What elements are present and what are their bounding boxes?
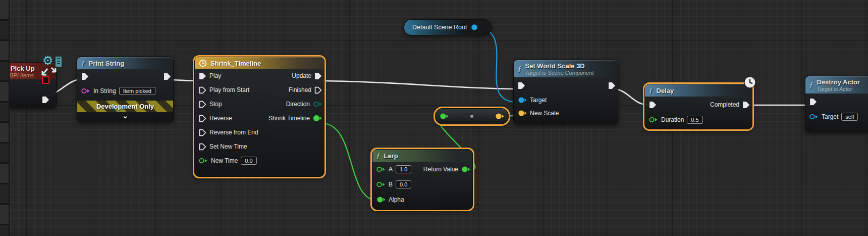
- in-string-label: In String: [93, 87, 116, 95]
- reverse-label: Reverse: [209, 115, 232, 122]
- new-time-pin[interactable]: [199, 158, 208, 164]
- print-string-title: Print String: [89, 60, 125, 67]
- collapse-chevron-icon[interactable]: ⌄: [77, 112, 173, 119]
- lerp-alpha-label: Alpha: [389, 196, 404, 203]
- node-shrink-timeline[interactable]: Shrink_Timeline Play Play from Start Sto…: [194, 57, 324, 177]
- function-icon: ƒ: [376, 152, 381, 160]
- set-new-time-label: Set New Time: [209, 143, 247, 150]
- sws-target-label: Target: [530, 97, 547, 104]
- play-label: Play: [209, 72, 221, 79]
- lerp-return-pin[interactable]: [461, 166, 470, 173]
- delay-title: Delay: [657, 87, 674, 95]
- shrink-timeline-out-label: Shrink Timeline: [268, 115, 310, 122]
- print-string-exec-out-pin[interactable]: [164, 73, 171, 80]
- destroy-actor-title: Destroy Actor: [817, 78, 860, 86]
- lerp-title: Lerp: [384, 152, 398, 160]
- delay-duration-value[interactable]: 0.5: [687, 116, 702, 124]
- destroy-target-label: Target: [822, 113, 838, 120]
- destroy-actor-header: ƒ Destroy Actor Target is Actor: [805, 76, 868, 93]
- lerp-b-pin[interactable]: [376, 181, 386, 187]
- wire-exec-update-to-setworldscale[interactable]: [322, 81, 519, 89]
- function-icon: ƒ: [518, 65, 522, 73]
- delay-header: ƒ Delay: [645, 84, 752, 97]
- wire-float-shrinktimeline-to-alpha[interactable]: [322, 123, 377, 201]
- node-float-to-vector-conversion[interactable]: [435, 108, 509, 124]
- delay-exec-in-pin[interactable]: [649, 101, 657, 109]
- node-print-string[interactable]: ƒ Print String In String Item picked Dev…: [77, 57, 174, 122]
- node-lerp[interactable]: ƒ Lerp A1.0 B0.0 Alpha Return Value: [372, 149, 473, 210]
- event-pick-up-title: t Pick Up: [7, 65, 35, 72]
- side-panel-edge: [0, 0, 10, 236]
- event-pick-up-exec-out-pin[interactable]: [42, 96, 49, 104]
- stop-label: Stop: [209, 101, 222, 108]
- delay-completed-pin[interactable]: [742, 101, 750, 109]
- delay-completed-label: Completed: [710, 101, 739, 108]
- update-exec-pin[interactable]: [314, 72, 322, 80]
- interface-event-gear-icon: ⚙: [40, 55, 64, 81]
- node-set-world-scale-3d[interactable]: ƒ Set World Scale 3D Target is Scene Com…: [513, 60, 618, 124]
- function-icon: ƒ: [649, 86, 653, 95]
- shrink-timeline-title: Shrink_Timeline: [210, 60, 261, 67]
- in-string-value[interactable]: Item picked: [119, 87, 155, 95]
- conversion-output-pin[interactable]: [495, 113, 504, 120]
- clock-icon: [199, 59, 207, 67]
- lerp-a-label: A: [389, 166, 393, 173]
- sws-exec-out-pin[interactable]: [608, 82, 616, 89]
- delay-duration-pin[interactable]: [649, 117, 658, 123]
- direction-pin[interactable]: [313, 101, 322, 107]
- set-world-scale-header: ƒ Set World Scale 3D Target is Scene Com…: [514, 60, 618, 77]
- reverse-from-end-label: Reverse from End: [209, 129, 258, 136]
- finished-label: Finished: [289, 86, 311, 93]
- development-only-band: Development Only: [77, 101, 173, 112]
- node-delay[interactable]: ƒ Delay Completed Duration0.5: [644, 84, 752, 129]
- sws-new-scale-label: New Scale: [530, 110, 559, 117]
- blueprint-graph-canvas[interactable]: t Pick Up BPI Items ⚙ ƒ Print String: [0, 0, 868, 236]
- play-from-start-exec-pin[interactable]: [199, 86, 206, 94]
- print-string-header: ƒ Print String: [77, 57, 173, 69]
- lerp-alpha-pin[interactable]: [376, 196, 386, 203]
- set-new-time-exec-pin[interactable]: [199, 143, 206, 151]
- function-icon: ƒ: [809, 81, 813, 89]
- new-time-value[interactable]: 0.0: [241, 157, 256, 165]
- shrink-timeline-out-pin[interactable]: [313, 115, 322, 122]
- set-world-scale-title: Set World Scale 3D: [525, 62, 585, 70]
- print-string-exec-in-pin[interactable]: [81, 73, 89, 80]
- delay-duration-label: Duration: [661, 116, 684, 123]
- reverse-exec-pin[interactable]: [199, 115, 206, 122]
- destroy-exec-in-pin[interactable]: [809, 98, 817, 106]
- node-destroy-actor[interactable]: ƒ Destroy Actor Target is Actor Targetse…: [805, 76, 868, 132]
- destroy-target-value[interactable]: self: [841, 113, 858, 121]
- sws-target-pin[interactable]: [518, 97, 527, 104]
- sws-new-scale-pin[interactable]: [518, 110, 527, 117]
- default-scene-root-label: Default Scene Root: [412, 24, 467, 31]
- update-label: Update: [292, 72, 311, 79]
- direction-label: Direction: [286, 101, 310, 108]
- play-from-start-label: Play from Start: [209, 86, 249, 93]
- destroy-actor-subtitle: Target is Actor: [817, 86, 860, 92]
- lerp-return-label: Return Value: [423, 166, 458, 173]
- conversion-input-pin[interactable]: [440, 113, 449, 120]
- in-string-pin[interactable]: [81, 88, 90, 94]
- function-icon: ƒ: [81, 59, 85, 68]
- lerp-b-label: B: [389, 181, 393, 188]
- destroy-target-pin[interactable]: [809, 114, 819, 120]
- wire-object-sceneroot-to-target[interactable]: [473, 27, 517, 102]
- lerp-a-value[interactable]: 1.0: [396, 165, 411, 173]
- sws-exec-in-pin[interactable]: [518, 82, 525, 89]
- default-scene-root-pin[interactable]: [471, 24, 478, 31]
- play-exec-pin[interactable]: [199, 72, 206, 80]
- latent-clock-icon: [743, 76, 756, 91]
- lerp-b-value[interactable]: 0.0: [396, 180, 411, 188]
- finished-exec-pin[interactable]: [314, 86, 322, 94]
- node-default-scene-root[interactable]: Default Scene Root: [404, 19, 492, 35]
- set-world-scale-subtitle: Target is Scene Component: [525, 70, 594, 76]
- reverse-from-end-exec-pin[interactable]: [199, 129, 206, 136]
- conversion-dot-icon: [470, 115, 473, 118]
- stop-exec-pin[interactable]: [199, 101, 206, 108]
- lerp-a-pin[interactable]: [376, 166, 386, 172]
- lerp-header: ƒ Lerp: [372, 150, 472, 162]
- shrink-timeline-header: Shrink_Timeline: [195, 57, 324, 69]
- new-time-label: New Time: [211, 157, 238, 164]
